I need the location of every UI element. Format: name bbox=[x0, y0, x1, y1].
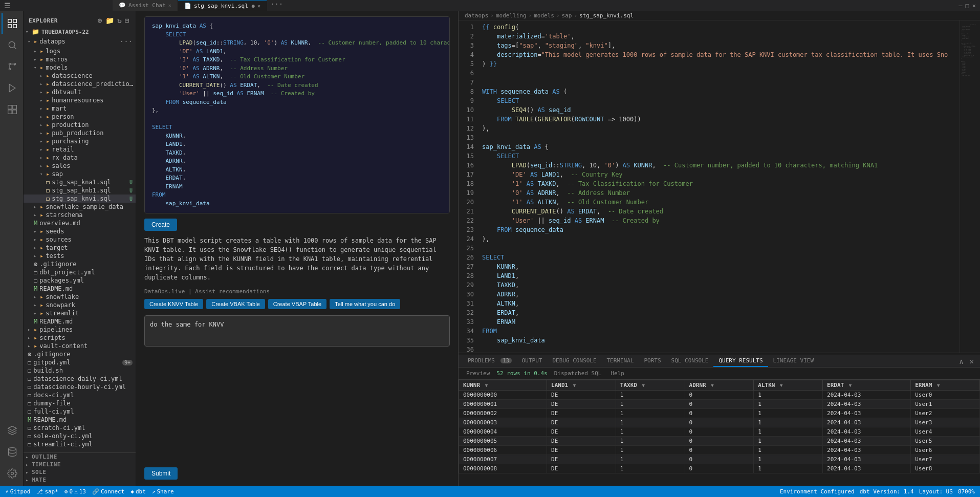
sidebar-item-gitpod[interactable]: ◻ gitpod.yml 9+ bbox=[24, 358, 136, 366]
col-header-altkn[interactable]: ALTKN ▼ bbox=[754, 380, 823, 391]
sidebar-item-person[interactable]: ▸ ▸ person bbox=[24, 113, 136, 121]
col-header-erdat[interactable]: ERDAT ▼ bbox=[823, 380, 911, 391]
settings-activity-icon[interactable] bbox=[2, 463, 22, 484]
col-header-adrnr[interactable]: ADRNR ▼ bbox=[685, 380, 754, 391]
sidebar-item-scripts[interactable]: ▸ ▸ scripts bbox=[24, 334, 136, 342]
database-activity-icon[interactable] bbox=[2, 442, 22, 462]
rec-btn-vbap[interactable]: Create VBAP Table bbox=[268, 299, 326, 309]
minimize-btn[interactable]: — bbox=[959, 2, 962, 9]
menu-icon[interactable]: ☰ bbox=[4, 2, 11, 10]
breadcrumb-models[interactable]: models bbox=[534, 12, 554, 19]
tab-output[interactable]: OUTPUT bbox=[517, 355, 548, 367]
sidebar-item-sap[interactable]: ▾ ▸ sap bbox=[24, 170, 136, 178]
sidebar-item-production[interactable]: ▸ ▸ production bbox=[24, 121, 136, 129]
sidebar-item-dbtvault[interactable]: ▸ ▸ dbtvault bbox=[24, 88, 136, 96]
sidebar-item-purchasing[interactable]: ▸ ▸ purchasing bbox=[24, 137, 136, 145]
sidebar-item-sources[interactable]: ▸ ▸ sources bbox=[24, 235, 136, 244]
sidebar-item-datascience-daily[interactable]: ◻ datascience-daily-ci.yml bbox=[24, 375, 136, 383]
sole-section-header[interactable]: ▸ SOLE bbox=[24, 468, 136, 476]
breadcrumb-sap[interactable]: sap bbox=[562, 12, 572, 19]
sidebar-item-datascience-predictions[interactable]: ▸ ▸ datascience_predictions bbox=[24, 80, 136, 88]
sidebar-item-readme2[interactable]: M README.md bbox=[24, 317, 136, 326]
preview-btn[interactable]: Preview bbox=[464, 369, 492, 378]
sidebar-item-kna1[interactable]: ◻ stg_sap_kna1.sql U bbox=[24, 178, 136, 186]
rec-btn-vbak[interactable]: Create VBAK Table bbox=[206, 299, 265, 309]
workspace-item[interactable]: ▾ 📁 TRUEDATAOPS-22 bbox=[24, 28, 136, 36]
breadcrumb-dataops[interactable]: dataops bbox=[465, 12, 488, 19]
status-layout[interactable]: Layout: US bbox=[919, 488, 953, 495]
sidebar-item-datascience-hourly[interactable]: ◻ datascience-hourly-ci.yml bbox=[24, 383, 136, 391]
status-gitpod[interactable]: ⚡ Gitpod bbox=[5, 488, 30, 495]
sidebar-item-streamlit-ci[interactable]: ◻ streamlit-ci.yml bbox=[24, 440, 136, 448]
rec-btn-knvv[interactable]: Create KNVV Table bbox=[144, 299, 203, 309]
status-dbt[interactable]: ◆ dbt bbox=[130, 488, 146, 495]
sidebar-item-tests[interactable]: ▸ ▸ tests bbox=[24, 252, 136, 260]
sidebar-item-dbt-project[interactable]: ◻ dbt_project.yml bbox=[24, 268, 136, 276]
sidebar-item-seeds[interactable]: ▸ ▸ seeds bbox=[24, 227, 136, 235]
more-options-btn[interactable]: ··· bbox=[119, 36, 134, 47]
sidebar-item-models[interactable]: ▾ ▸ models bbox=[24, 63, 136, 72]
sidebar-item-rx-data[interactable]: ▸ ▸ rx_data bbox=[24, 154, 136, 162]
sidebar-item-knb1[interactable]: ◻ stg_sap_knb1.sql U bbox=[24, 186, 136, 195]
run-activity-icon[interactable] bbox=[2, 78, 22, 98]
tab-query-results[interactable]: QUERY RESULTS bbox=[713, 355, 768, 367]
mate-section-header[interactable]: ▸ MATE bbox=[24, 476, 136, 484]
tab-ports[interactable]: PORTS bbox=[639, 355, 666, 367]
status-env-configured[interactable]: Environment Configured bbox=[780, 488, 855, 495]
status-git-branch[interactable]: ⎇ sap* bbox=[36, 488, 58, 495]
col-header-ernam[interactable]: ERNAM ▼ bbox=[911, 380, 980, 391]
col-header-land1[interactable]: LAND1 ▼ bbox=[547, 380, 616, 391]
sidebar-item-packages[interactable]: ◻ packages.yml bbox=[24, 276, 136, 285]
status-errors[interactable]: ⊗ 0 ⚠ 13 bbox=[64, 488, 86, 495]
sidebar-item-datascience[interactable]: ▸ ▸ datascience bbox=[24, 72, 136, 80]
status-share[interactable]: ↗ Share bbox=[152, 488, 174, 495]
status-zoom[interactable]: 8700% bbox=[958, 488, 975, 495]
collapse-btn[interactable]: ⊟ bbox=[124, 15, 130, 26]
editor-content[interactable]: 1 {{ config( 2 materialized='table', 3 t… bbox=[459, 20, 980, 353]
tab-overflow-btn[interactable]: ··· bbox=[267, 0, 286, 11]
panel-collapse-btn[interactable]: ∧ bbox=[957, 356, 965, 366]
refresh-btn[interactable]: ↻ bbox=[116, 15, 123, 26]
col-header-taxkd[interactable]: TAXKD ▼ bbox=[616, 380, 685, 391]
sidebar-item-humanresources[interactable]: ▸ ▸ humanresources bbox=[24, 96, 136, 104]
sidebar-item-mart[interactable]: ▸ ▸ mart bbox=[24, 104, 136, 113]
sidebar-item-gitignore2[interactable]: ⚙ .gitignore bbox=[24, 350, 136, 358]
tab-close-chat[interactable]: ✕ bbox=[168, 3, 171, 8]
status-dbt-version[interactable]: dbt Version: 1.4 bbox=[860, 488, 914, 495]
sidebar-item-starschema[interactable]: ▸ ▸ starschema bbox=[24, 211, 136, 219]
create-button[interactable]: Create bbox=[144, 219, 177, 231]
sidebar-item-readme1[interactable]: M README.md bbox=[24, 285, 136, 293]
sidebar-item-retail[interactable]: ▸ ▸ retail bbox=[24, 145, 136, 154]
tab-sql-file[interactable]: 📄 stg_sap_knvi.sql ● ✕ bbox=[178, 0, 267, 11]
sidebar-item-pub-production[interactable]: ▸ ▸ pub_production bbox=[24, 129, 136, 137]
close-btn[interactable]: ✕ bbox=[972, 2, 976, 9]
sidebar-item-pipelines[interactable]: ▸ ▸ pipelines bbox=[24, 326, 136, 334]
search-activity-icon[interactable] bbox=[2, 35, 22, 55]
tab-terminal[interactable]: TERMINAL bbox=[602, 355, 639, 367]
sidebar-item-streamlit[interactable]: ▸ ▸ streamlit bbox=[24, 309, 136, 317]
sidebar-item-build[interactable]: ◻ build.sh bbox=[24, 366, 136, 375]
rec-btn-what-can-do[interactable]: Tell me what you can do bbox=[330, 299, 400, 309]
new-file-btn[interactable]: ⊕ bbox=[97, 15, 103, 26]
status-connect[interactable]: 🔗 Connect bbox=[92, 488, 124, 495]
submit-button[interactable]: Submit bbox=[144, 467, 178, 480]
sidebar-item-sales[interactable]: ▸ ▸ sales bbox=[24, 162, 136, 170]
sidebar-item-docs-ci[interactable]: ◻ docs-ci.yml bbox=[24, 391, 136, 399]
sidebar-item-macros[interactable]: ▸ ▸ macros bbox=[24, 55, 136, 63]
git-activity-icon[interactable] bbox=[2, 56, 22, 77]
sidebar-item-snowflake[interactable]: ▸ ▸ snowflake bbox=[24, 293, 136, 301]
explorer-activity-icon[interactable] bbox=[2, 13, 22, 34]
sidebar-item-sole-only[interactable]: ◻ sole-only-ci.yml bbox=[24, 432, 136, 440]
sidebar-item-gitignore1[interactable]: ⚙ .gitignore bbox=[24, 260, 136, 268]
panel-close-btn[interactable]: ✕ bbox=[968, 356, 976, 366]
timeline-section-header[interactable]: ▸ TIMELINE bbox=[24, 461, 136, 468]
sidebar-item-vault-content[interactable]: ▸ ▸ vault-content bbox=[24, 342, 136, 350]
dataops-activity-icon[interactable] bbox=[2, 420, 22, 441]
sidebar-item-target[interactable]: ▸ ▸ target bbox=[24, 244, 136, 252]
sidebar-item-full-ci[interactable]: ◻ full-ci.yml bbox=[24, 407, 136, 416]
maximize-btn[interactable]: □ bbox=[966, 2, 969, 9]
dispatched-sql-btn[interactable]: Dispatched SQL bbox=[552, 369, 604, 378]
col-header-kunnr[interactable]: KUNNR ▼ bbox=[459, 380, 547, 391]
tab-assist-chat[interactable]: 💬 Assist Chat ✕ bbox=[113, 0, 178, 11]
tab-close-sql[interactable]: ✕ bbox=[257, 3, 260, 9]
